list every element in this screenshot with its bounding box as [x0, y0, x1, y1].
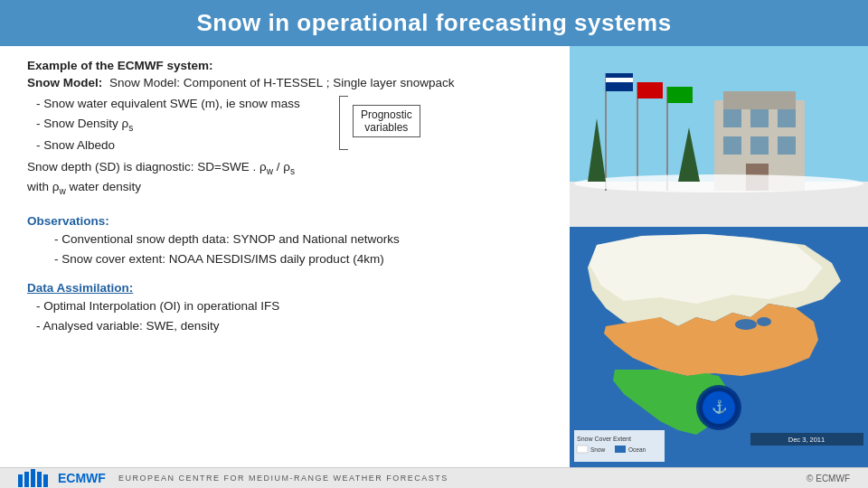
observations-header: Observations:	[27, 214, 552, 228]
slide: Snow in operational forecasting systems …	[0, 0, 868, 488]
ecmwf-logo: ECMWF EUROPEAN CENTRE FOR MEDIUM-RANGE W…	[18, 469, 448, 487]
snow-model-label: Snow Model:	[27, 76, 102, 89]
da-bullet1: Optimal Interpolation (OI) in operationa…	[36, 296, 552, 316]
svg-rect-6	[778, 109, 796, 127]
bullet-albedo: Snow Albedo	[36, 136, 552, 155]
svg-rect-17	[667, 87, 693, 103]
map-container: ⚓ Snow Cover Extent Snow Ocean Dec 3, 20…	[570, 227, 868, 467]
footer-copyright: © ECMWF	[807, 474, 850, 483]
svg-rect-13	[606, 78, 633, 82]
da-bullets: Optimal Interpolation (OI) in operationa…	[27, 296, 552, 335]
text-content: Example of the ECMWF system: Snow Model:…	[0, 46, 570, 467]
svg-point-27	[757, 317, 771, 326]
svg-rect-42	[31, 469, 35, 487]
svg-text:⚓: ⚓	[712, 399, 728, 415]
svg-rect-34	[577, 446, 588, 453]
snow-bullets: Snow water equivalent SWE (m), ie snow m…	[27, 94, 552, 155]
svg-marker-25	[590, 234, 823, 304]
svg-rect-40	[18, 474, 23, 487]
slide-title: Snow in operational forecasting systems	[0, 0, 868, 46]
data-assim-section: Data Assimilation: Optimal Interpolation…	[27, 281, 552, 335]
main-content: Example of the ECMWF system: Snow Model:…	[0, 46, 868, 467]
svg-rect-43	[37, 472, 42, 487]
right-panel: ⚓ Snow Cover Extent Snow Ocean Dec 3, 20…	[570, 46, 868, 467]
bullet-swe: Snow water equivalent SWE (m), ie snow m…	[36, 94, 552, 114]
bullet-density: Snow Density ρs	[36, 114, 552, 136]
data-assim-header: Data Assimilation:	[27, 281, 552, 295]
svg-rect-15	[637, 82, 663, 99]
prognostic-label: Prognostic	[361, 108, 412, 121]
snow-depth-line: Snow depth (SD) is diagnostic: SD=SWE . …	[27, 158, 552, 178]
water-density-line: with ρw water density	[27, 178, 552, 198]
svg-rect-4	[723, 109, 741, 127]
footer: ECMWF EUROPEAN CENTRE FOR MEDIUM-RANGE W…	[0, 467, 868, 488]
svg-rect-5	[750, 109, 769, 127]
footer-org-text: EUROPEAN CENTRE FOR MEDIUM-RANGE WEATHER…	[118, 474, 448, 483]
svg-rect-36	[615, 446, 626, 453]
svg-point-26	[735, 319, 757, 330]
svg-rect-7	[723, 136, 741, 155]
obs-bullets: Conventional snow depth data: SYNOP and …	[27, 230, 552, 268]
svg-text:Ocean: Ocean	[628, 446, 646, 453]
svg-rect-44	[43, 474, 48, 487]
svg-text:Snow: Snow	[590, 446, 606, 453]
ecmwf-text: ECMWF	[58, 471, 106, 485]
prognostic-box: Prognostic variables	[353, 105, 420, 137]
svg-point-18	[574, 174, 863, 192]
building-svg	[570, 46, 868, 227]
title-text: Snow in operational forecasting systems	[196, 9, 671, 36]
svg-rect-8	[750, 136, 769, 155]
obs-bullet1: Conventional snow depth data: SYNOP and …	[54, 230, 552, 249]
logo-wave-svg	[18, 469, 54, 487]
prognostic-label2: variables	[361, 121, 412, 134]
snow-model-line: Snow Model: Snow Model: Component of H-T…	[27, 74, 552, 92]
map-svg: ⚓ Snow Cover Extent Snow Ocean Dec 3, 20…	[570, 227, 868, 464]
da-bullet2: Analysed variable: SWE, density	[36, 316, 552, 336]
svg-text:Snow Cover Extent: Snow Cover Extent	[577, 436, 631, 442]
snow-model-text: Snow Model: Component of H-TESSEL ; Sing…	[109, 76, 454, 89]
example-header: Example of the ECMWF system:	[27, 59, 552, 72]
obs-bullet2: Snow cover extent: NOAA NESDIS/IMS daily…	[54, 249, 552, 269]
svg-rect-41	[24, 472, 29, 487]
observations-section: Observations: Conventional snow depth da…	[27, 214, 552, 268]
svg-text:Dec 3, 2011: Dec 3, 2011	[788, 436, 825, 444]
svg-rect-9	[778, 136, 796, 155]
svg-rect-3	[723, 91, 796, 109]
building-photo	[570, 46, 868, 227]
bracket-line	[339, 96, 348, 150]
